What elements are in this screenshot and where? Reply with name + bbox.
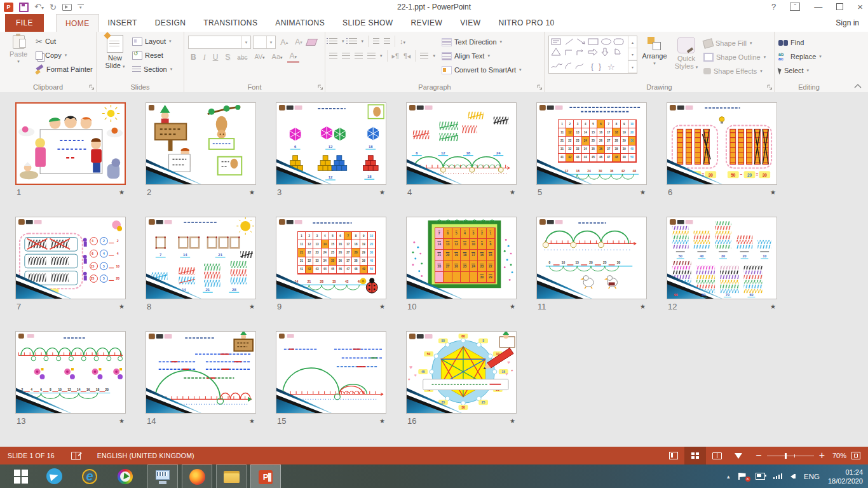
slide-cell-13[interactable]: 24 68 1012 1416 1820 13★ [15,331,126,428]
taskbar-powerpoint[interactable]: P [250,464,281,488]
cut-button[interactable]: ✂Cut [36,35,93,48]
clock[interactable]: 01:24 18/02/2020 [828,468,863,485]
slide-cell-11[interactable]: 010 1520 2530 11★ [536,217,647,313]
minimize-icon[interactable]: — [814,2,822,11]
clear-formatting-icon[interactable] [306,39,318,46]
bullets-icon[interactable] [329,38,337,44]
tab-home[interactable]: HOME [56,14,99,32]
network-signal-icon[interactable] [773,473,783,479]
gallery-scrollbar[interactable]: ▴▾▾ [628,36,637,73]
taskbar-file-explorer[interactable] [216,464,247,488]
dialog-launcher-icon[interactable] [537,85,543,90]
slide-cell-4[interactable]: 6 12 18 24 4★ [406,102,517,199]
reset-button[interactable]: Reset [132,49,172,62]
increase-indent-icon[interactable] [384,38,390,44]
zoom-in-icon[interactable]: + [819,450,825,461]
slide-cell-12[interactable]: 5040 3020 10 90 80 70 60 [667,217,777,313]
language-indicator[interactable]: ENGLISH (UNITED KINGDOM) [97,452,194,459]
left-to-right-icon[interactable]: ▸¶ [392,52,399,60]
slide-thumbnail-6[interactable]: 40 − 10 = 30 50 − 20 = 30 [667,102,777,185]
character-spacing-button[interactable]: AV▾ [252,51,267,63]
slide-cell-5[interactable]: 0 6 12 18 24 30 36 42 48 123456789101112… [536,102,647,199]
dialog-launcher-icon[interactable] [767,85,773,90]
section-button[interactable]: Section▾ [132,63,172,76]
bold-button[interactable]: B [188,52,199,63]
slide-thumbnail-9[interactable]: 714 2128 3542 49 12345678910111213141516… [276,217,386,299]
find-button[interactable]: Find [778,36,841,49]
shape-fill-button[interactable]: Shape Fill▾ [703,37,766,50]
numbering-icon[interactable] [349,38,357,44]
save-icon[interactable] [19,3,29,12]
reading-view-button[interactable] [706,447,728,464]
start-button[interactable] [5,464,37,488]
ribbon-display-options-icon[interactable]: ⌃ [790,3,800,11]
slideshow-view-button[interactable] [728,447,749,464]
tab-transitions[interactable]: TRANSITIONS [194,14,266,32]
taskbar-onscreen-keyboard[interactable] [147,464,178,488]
shape-gallery[interactable]: { } ☆ ▴▾▾ [548,36,637,74]
copy-button[interactable]: Copy▾ [36,49,93,62]
slide-cell-8[interactable]: 7 14 21 7 14 21 28 8★ [146,217,256,313]
slide-thumbnail-13[interactable]: 24 68 1012 1416 1820 [15,331,126,414]
line-spacing-icon[interactable]: ↕▾ [400,37,405,45]
slide-cell-2[interactable]: 2★ [146,102,256,199]
justify-icon[interactable] [367,53,376,59]
zoom-level[interactable]: 70% [832,452,846,459]
select-button[interactable]: Select▾ [778,64,841,77]
text-shadow-button[interactable]: S [222,52,233,63]
grow-font-button[interactable]: A▴ [278,37,290,48]
dialog-launcher-icon[interactable] [318,85,323,90]
tab-file[interactable]: FILE [5,14,44,32]
slide-cell-14[interactable]: 14★ [146,331,256,428]
slide-thumbnail-8[interactable]: 7 14 21 7 14 21 28 [146,217,256,299]
input-language[interactable]: ENG [804,473,820,480]
decrease-indent-icon[interactable] [373,38,379,44]
customize-qat-icon[interactable]: ▾ [78,4,84,10]
shrink-font-button[interactable]: A▾ [292,37,305,48]
fit-to-window-icon[interactable] [851,452,860,459]
tab-view[interactable]: VIEW [451,14,489,32]
italic-button[interactable]: I [201,52,208,63]
slide-cell-10[interactable]: 7654321141312111098212019181716152827262… [406,217,517,313]
align-left-icon[interactable] [329,53,337,59]
slide-cell-3[interactable]: 6 12 18 6 12 18 3★ [276,102,386,199]
change-case-button[interactable]: Aa▾ [269,51,285,63]
taskbar-internet-explorer[interactable]: e [75,464,104,488]
tab-insert[interactable]: INSERT [99,14,146,32]
new-slide-button[interactable]: NewSlide ▾ [100,34,130,76]
tab-review[interactable]: REVIEW [402,14,451,32]
slide-thumbnail-12[interactable]: 5040 3020 10 90 80 70 60 [667,217,777,299]
slide-thumbnail-3[interactable]: 6 12 18 6 12 18 [276,102,386,185]
font-color-button[interactable]: A▾ [287,52,300,63]
slide-cell-15[interactable]: 15★ [276,331,386,428]
redo-icon[interactable]: ↻ [50,3,57,11]
slide-cell-6[interactable]: 40 − 10 = 30 50 − 20 = 30 6★ [667,102,777,199]
arrange-button[interactable]: Arrange▾ [640,36,669,66]
shape-effects-button[interactable]: Shape Effects▾ [703,65,766,78]
start-slideshow-icon[interactable] [62,4,72,11]
slide-sorter-view-button[interactable] [684,447,706,464]
columns-icon[interactable] [420,53,428,59]
slide-thumbnail-2[interactable] [146,102,256,185]
slide-thumbnail-14[interactable] [146,331,256,414]
strikethrough-button[interactable]: abc [234,52,250,63]
slide-thumbnail-7[interactable]: 422 644 15510 25520 30 − 10 = 20 [15,217,126,299]
font-size-combobox[interactable]: ▾ [253,36,276,49]
slide-thumbnail-11[interactable]: 010 1520 2530 [536,217,647,299]
dialog-launcher-icon[interactable] [89,85,95,90]
taskbar-telegram[interactable] [39,464,69,488]
underline-button[interactable]: U [210,52,221,63]
show-hidden-icons[interactable]: ▴ [727,473,730,480]
slide-thumbnail-16[interactable]: 60 5 10 15 20 25 30 35 40 45 50 55 [406,331,517,414]
slide-thumbnail-1[interactable] [15,102,126,185]
taskbar-idm[interactable] [111,464,140,488]
collapse-ribbon-icon[interactable] [854,84,862,88]
paste-button[interactable]: Paste ▾ [4,34,33,76]
slide-cell-1[interactable]: 1★ [15,102,126,199]
tab-design[interactable]: DESIGN [146,14,194,32]
right-to-left-icon[interactable]: ¶◂ [403,52,410,60]
spell-check-icon[interactable] [71,452,81,460]
align-text-button[interactable]: Align Text▾ [442,50,522,62]
battery-icon[interactable] [756,473,765,480]
slide-cell-7[interactable]: 422 644 15510 25520 30 − 10 = 20 [15,217,126,313]
